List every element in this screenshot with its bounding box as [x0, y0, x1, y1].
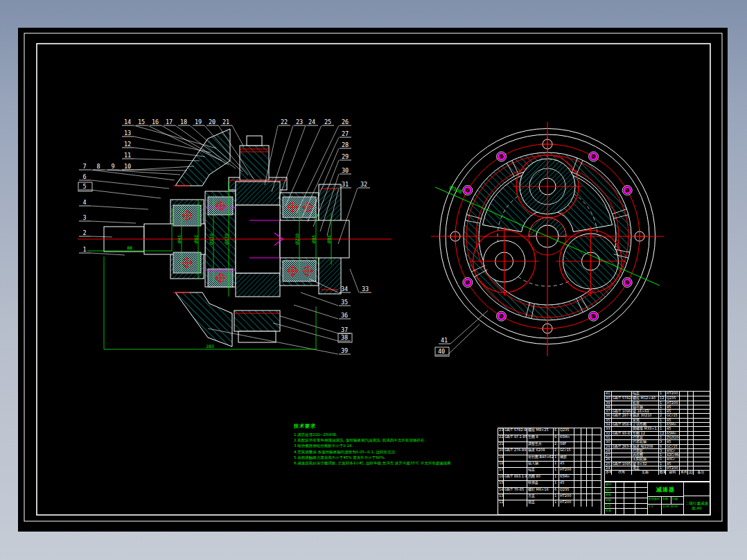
bom-cell: 36 — [605, 414, 612, 417]
bom-row: 33圆螺母 M33×1.5145 — [605, 426, 710, 430]
bom-cell — [574, 481, 581, 487]
dimension-label: Ø170 — [224, 234, 229, 245]
part-callout: 3 — [82, 214, 86, 221]
bom-cell — [612, 466, 632, 470]
bom-cell — [574, 494, 581, 500]
bom-cell — [688, 396, 694, 400]
bom-cell — [680, 414, 688, 417]
bom-cell — [587, 428, 592, 435]
bom-cell: 22 — [498, 435, 504, 441]
bom-cell: 19 — [498, 455, 504, 461]
bom-cell — [694, 401, 708, 405]
bom-row: 13压盖1HT200 — [498, 493, 601, 500]
part-callout: 19 — [195, 119, 202, 125]
bom-cell: 45 — [666, 410, 680, 413]
note-line: 3.啮合侧隙用铅丝检验不小于0.16. — [294, 443, 453, 448]
bom-cell: 45 — [559, 462, 574, 467]
note-line: 5.齿面接触斑点按齿高不小于45% 按齿长不小于60%. — [294, 455, 453, 460]
bom-cell — [587, 500, 592, 506]
part-callout: 6 — [82, 173, 86, 180]
bom-cell: 41 — [605, 392, 612, 396]
title-block-cell — [624, 509, 635, 514]
title-block-cell — [616, 493, 624, 498]
leader-line — [134, 166, 194, 170]
bom-cell — [680, 466, 688, 470]
bom-cell — [680, 427, 688, 430]
part-callout: 24 — [308, 119, 315, 125]
bom-cell: ZG310-570 — [666, 436, 680, 439]
bom-cell: 12 — [498, 500, 504, 506]
bom-cell — [612, 419, 632, 422]
bom-cell: 1 — [659, 423, 666, 426]
bom-cell — [680, 462, 688, 466]
bom-cell — [680, 405, 688, 409]
bom-cell: HT200 — [559, 494, 574, 500]
bom-cell: 内齿圈 — [632, 453, 659, 457]
bom-cell: 33 — [605, 427, 612, 430]
bom-cell — [680, 449, 688, 453]
part-callout: 41 — [441, 337, 448, 344]
part-callout: 29 — [342, 153, 349, 160]
part-callout: 32 — [360, 181, 367, 188]
bom-cell — [587, 488, 592, 493]
title-block-cell — [635, 482, 647, 487]
bom-cell: 透盖 — [632, 466, 659, 470]
bom-cell — [680, 432, 688, 435]
bom-cell — [581, 475, 587, 480]
bom-cell — [581, 448, 587, 454]
bom-row: 34GB/T 858-88止动垫圈165Mn — [605, 422, 710, 426]
bom-cell — [592, 442, 599, 448]
title-block-cell — [624, 498, 635, 503]
bom-cell: 13 — [498, 494, 504, 500]
bom-cell — [612, 440, 632, 444]
bom-cell — [694, 392, 708, 396]
bom-cell: 键 16×63 — [632, 410, 659, 413]
bom-cell: 42CrMo — [666, 453, 680, 457]
bom-cell — [574, 442, 581, 448]
bom-row: 26太阳轮轴140Cr — [605, 457, 710, 461]
bom-cell: 1 — [659, 410, 666, 413]
bom-cell — [694, 453, 708, 457]
bom-cell: HT200 — [666, 401, 680, 405]
bom-cell: 太阳轮轴 — [632, 457, 659, 461]
bom-cell: 38 — [605, 405, 612, 409]
bom-cell — [694, 462, 708, 466]
bom-cell — [581, 500, 587, 506]
bom-cell: 6 — [554, 428, 559, 435]
title-block-revision-area: 标记设计校核审核工艺批准 — [605, 482, 648, 514]
bom-cell — [688, 445, 694, 448]
leader-line — [91, 190, 161, 198]
bom-cell: 轴承 NJ2208 — [632, 445, 659, 448]
bom-cell — [612, 436, 632, 439]
bom-cell: 轴承 30210 — [632, 414, 659, 417]
bom-cell: GB/T 5782-86 — [504, 428, 527, 435]
bom-row: 35套筒145 — [605, 418, 710, 422]
bom-cell — [581, 428, 587, 435]
bom-cell: 1 — [659, 401, 666, 405]
dimension-label: 88 — [127, 245, 132, 250]
bom-cell: 压盖 — [527, 494, 554, 500]
bom-cell — [504, 455, 527, 461]
bom-cell — [587, 481, 592, 487]
part-callout: 13 — [124, 130, 131, 137]
bom-cell: 65Mn — [666, 432, 680, 435]
bom-cell: 1 — [554, 462, 559, 467]
title-block-cell — [616, 482, 624, 487]
bom-cell — [694, 449, 708, 453]
bom-cell: 螺栓 M12×40 — [632, 396, 659, 400]
bom-cell: HT200 — [666, 392, 680, 396]
bom-cell — [680, 440, 688, 444]
bom-cell — [680, 392, 688, 396]
bom-cell: Q235 — [666, 396, 680, 400]
bom-cell — [680, 419, 688, 422]
title-block-cell — [624, 504, 635, 509]
bom-cell: 1 — [659, 392, 666, 396]
bom-cell: 12 — [659, 396, 666, 400]
bom-cell — [688, 401, 694, 405]
part-callout: 39 — [341, 347, 348, 354]
title-block-right: 二级行星减速器,A0 — [684, 482, 710, 514]
scale-value: 1:2 — [648, 505, 662, 515]
part-callout: 1 — [82, 246, 86, 253]
bom-cell: 45 — [666, 440, 680, 444]
part-callout: 17 — [166, 119, 173, 125]
